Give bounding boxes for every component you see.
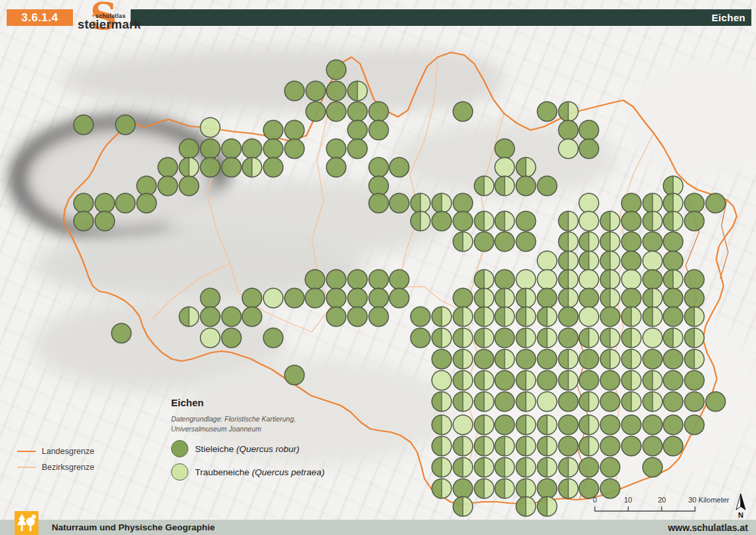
map-dot — [474, 288, 494, 308]
map-dot — [495, 436, 515, 456]
map-dot — [263, 139, 283, 159]
map-dot — [643, 269, 662, 289]
map-dot — [453, 457, 473, 477]
map-dot — [495, 176, 515, 196]
map-dot — [663, 251, 683, 271]
map-dot — [453, 392, 473, 412]
chapter-code-badge: 3.6.1.4 — [7, 9, 73, 26]
map-dot — [200, 117, 220, 137]
map-dot — [579, 269, 599, 289]
map-dot — [432, 436, 452, 456]
map-dot — [453, 497, 473, 516]
map-dot — [516, 392, 536, 412]
map-title-bar: Eichen — [131, 9, 751, 26]
scale-tick-0: 0 — [593, 496, 597, 504]
schulatlas-logo[interactable]: S schulatlas steiermark — [74, 1, 134, 41]
map-dot — [347, 288, 367, 308]
map-dot — [432, 392, 452, 412]
map-dot — [558, 457, 578, 477]
map-dot — [369, 102, 389, 121]
map-dot — [643, 370, 662, 390]
map-dot — [95, 211, 115, 231]
map-dot — [579, 392, 599, 412]
map-dot — [537, 436, 557, 456]
map-dot — [200, 328, 220, 348]
map-dot — [684, 392, 704, 412]
legend-row-stieleiche: Stieleiche (Quercus robur) — [171, 440, 344, 457]
map-dot — [600, 392, 620, 412]
map-dot — [495, 307, 515, 327]
map-title: Eichen — [712, 12, 745, 23]
map-dot — [537, 269, 557, 289]
map-dot — [474, 479, 494, 498]
map-dot — [242, 288, 262, 308]
map-dot — [179, 176, 199, 196]
map-dot — [474, 232, 494, 252]
map-dot — [558, 370, 578, 390]
map-dot — [621, 328, 641, 348]
map-dot — [389, 288, 409, 308]
map-dot — [306, 102, 326, 121]
map-dot — [474, 392, 494, 412]
map-dot — [326, 288, 346, 308]
footer-category: Naturraum und Physische Geographie — [52, 522, 215, 532]
map-dot — [706, 193, 725, 213]
map-dot — [453, 370, 473, 390]
map-dot — [600, 269, 620, 289]
map-dot — [474, 269, 494, 289]
map-dot — [537, 457, 557, 477]
footer-url[interactable]: www.schulatlas.at — [668, 522, 748, 533]
map-dot — [369, 120, 389, 140]
map-dot — [74, 211, 94, 231]
map-dot — [200, 139, 220, 159]
styria-map: 0 10 20 30 Kilometer N — [0, 0, 756, 535]
map-dot — [453, 288, 473, 308]
map-dot — [516, 211, 536, 231]
bezirksgrenze-label: Bezirksgrenze — [42, 463, 94, 472]
map-dot — [516, 436, 536, 456]
map-dot — [537, 479, 557, 498]
chapter-code: 3.6.1.4 — [21, 11, 58, 25]
map-dot — [474, 328, 494, 348]
map-dot — [369, 157, 389, 177]
map-dot — [369, 288, 389, 308]
map-dot — [579, 415, 599, 435]
map-dot — [495, 157, 515, 177]
map-dot — [474, 349, 494, 369]
map-dot — [516, 370, 536, 390]
map-dot — [537, 370, 557, 390]
traubeneiche-dot-icon — [171, 463, 188, 481]
map-dot — [537, 392, 557, 412]
map-dot — [495, 328, 515, 348]
map-dot — [600, 288, 620, 308]
map-dot — [600, 436, 620, 456]
map-dot — [200, 157, 220, 177]
map-dot — [643, 211, 662, 231]
map-dot — [621, 370, 641, 390]
map-dot — [453, 211, 473, 231]
map-dot — [495, 415, 515, 435]
map-dot — [179, 307, 199, 327]
bezirksgrenze-line-icon — [17, 467, 36, 468]
map-dot — [621, 392, 641, 412]
map-dot — [537, 251, 557, 271]
map-dot — [495, 232, 515, 252]
map-dot — [621, 269, 641, 289]
map-dot — [600, 457, 620, 477]
map-dot — [495, 269, 515, 289]
scale-tick-10: 10 — [624, 496, 632, 504]
map-dot — [558, 307, 578, 327]
map-dot — [432, 307, 452, 327]
map-dot — [389, 269, 409, 289]
map-dot — [453, 193, 473, 213]
map-dot — [474, 457, 494, 477]
map-dot — [663, 193, 683, 213]
map-dot — [284, 288, 304, 308]
map-dot — [684, 193, 704, 213]
map-dot — [326, 81, 346, 101]
map-dot — [432, 328, 452, 348]
map-dot — [242, 307, 262, 327]
map-dot — [474, 307, 494, 327]
map-dot — [179, 139, 199, 159]
map-dot — [621, 436, 641, 456]
